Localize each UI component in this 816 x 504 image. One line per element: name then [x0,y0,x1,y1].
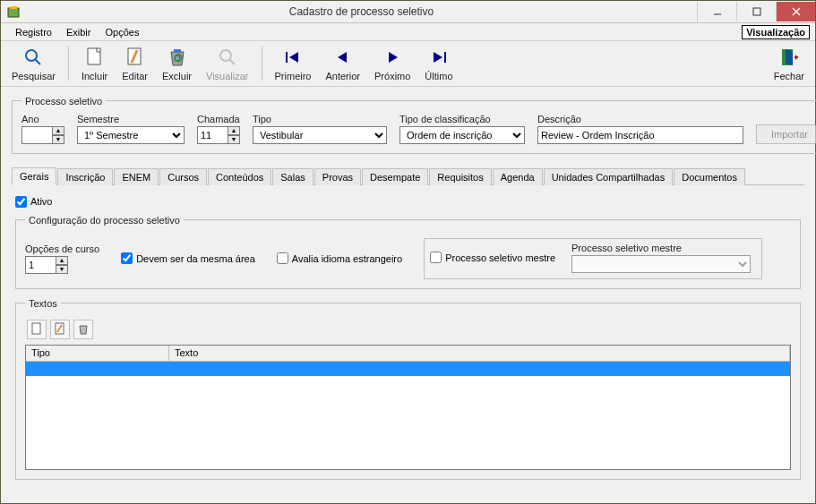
prev-button[interactable]: Anterior [318,43,367,84]
search-button[interactable]: Pesquisar [4,43,63,84]
edit-button[interactable]: Editar [115,43,155,84]
tab-desempate[interactable]: Desempate [362,168,428,185]
mesma-area-wrap: Devem ser da mesma área [121,252,255,264]
tipo-select[interactable]: Vestibular [253,126,387,144]
ano-up[interactable]: ▲ [52,126,64,135]
ano-label: Ano [21,114,64,124]
document-icon [30,322,43,337]
classif-select[interactable]: Ordem de inscrição [399,126,525,144]
mesma-area-label: Devem ser da mesma área [136,253,255,264]
ativo-checkbox[interactable] [15,196,27,208]
mesma-area-checkbox[interactable] [121,252,133,264]
svg-rect-12 [174,49,181,52]
config-fieldset: Configuração do processo seletivo Opções… [15,215,801,289]
maximize-button[interactable] [736,2,776,21]
new-button[interactable]: Incluir [74,43,115,84]
importar-button[interactable]: Importar [756,124,816,144]
menu-opcoes[interactable]: Opções [98,25,146,39]
tab-gerais[interactable]: Gerais [12,167,56,185]
chamada-label: Chamada [197,114,240,124]
mestre-checkbox[interactable] [430,252,442,263]
chamada-down[interactable]: ▼ [228,135,240,144]
tab-conteudos[interactable]: Conteúdos [208,168,271,185]
ano-input[interactable] [21,126,52,144]
cell-texto [169,362,790,376]
ativo-checkbox-wrap: Ativo [15,196,801,208]
tab-salas[interactable]: Salas [272,168,314,185]
col-tipo-header[interactable]: Tipo [26,346,169,361]
window-title: Cadastro de processo seletivo [26,5,697,18]
descricao-label: Descrição [537,114,743,124]
tab-inscricao[interactable]: Inscrição [57,168,113,185]
texts-edit-button[interactable] [50,320,70,339]
texts-legend: Textos [25,298,61,309]
tab-cursos[interactable]: Cursos [159,168,207,185]
document-icon [83,46,107,69]
trash-icon [166,46,189,69]
avalia-wrap: Avalia idioma estrangeiro [277,252,402,264]
tab-agenda[interactable]: Agenda [493,168,543,185]
svg-line-7 [35,59,40,64]
svg-marker-17 [289,52,298,63]
svg-rect-16 [286,52,288,63]
table-row[interactable] [26,362,790,376]
config-legend: Configuração do processo seletivo [25,215,184,226]
svg-rect-1 [10,6,17,9]
texts-toolbar [25,316,791,345]
chamada-input[interactable] [197,126,228,144]
texts-delete-button[interactable] [73,320,93,339]
tab-unidades[interactable]: Unidades Compartilhadas [544,168,674,185]
avalia-checkbox[interactable] [277,252,288,264]
close-button[interactable] [776,2,815,21]
col-texto-header[interactable]: Texto [169,346,790,361]
opcoes-label: Opções de curso [25,243,99,254]
menu-registro[interactable]: Registro [8,25,59,39]
tab-enem[interactable]: ENEM [114,168,159,185]
tab-documentos[interactable]: Documentos [674,168,745,185]
next-button[interactable]: Próximo [367,43,417,84]
ano-down[interactable]: ▼ [52,135,64,144]
semestre-label: Semestre [77,114,185,124]
svg-rect-8 [88,48,100,64]
first-button[interactable]: Primeiro [268,43,319,84]
prev-icon [331,46,355,69]
svg-marker-19 [389,52,398,63]
tipo-label: Tipo [253,114,387,124]
delete-button[interactable]: Excluir [155,43,199,84]
chamada-spinner[interactable]: ▲▼ [197,126,240,144]
svg-marker-20 [434,52,442,63]
tab-requisitos[interactable]: Requisitos [429,168,491,185]
opcoes-spinner[interactable]: ▲▼ [25,256,99,274]
ativo-label: Ativo [30,196,52,207]
pencil-icon [54,322,66,337]
search-icon [21,46,45,69]
semestre-select[interactable]: 1º Semestre [77,126,185,144]
view-button: Visualizar [199,43,256,84]
texts-new-button[interactable] [27,320,47,339]
mestre-group: Processo seletivo mestre Processo seleti… [424,238,762,279]
menu-exibir[interactable]: Exibir [59,25,99,39]
texts-grid[interactable]: Tipo Texto [25,345,791,470]
menu-visualizacao[interactable]: Visualização [742,25,810,39]
chamada-up[interactable]: ▲ [228,126,240,135]
window: Cadastro de processo seletivo Registro E… [0,0,816,504]
svg-rect-0 [8,8,19,17]
minimize-button[interactable] [697,2,736,21]
svg-marker-23 [786,49,793,65]
opcoes-input[interactable] [25,256,56,274]
tab-provas[interactable]: Provas [314,168,361,185]
opcoes-down[interactable]: ▼ [56,265,68,274]
opcoes-up[interactable]: ▲ [56,256,68,265]
menubar: Registro Exibir Opções Visualização [1,23,815,41]
ano-spinner[interactable]: ▲▼ [21,126,64,144]
avalia-label: Avalia idioma estrangeiro [292,253,402,264]
classif-label: Tipo de classificação [399,114,525,124]
pencil-icon [124,46,147,69]
tab-content-gerais: Ativo Configuração do processo seletivo … [12,185,804,492]
last-button[interactable]: Último [417,43,460,84]
texts-grid-header: Tipo Texto [26,346,790,362]
descricao-input[interactable] [537,126,743,144]
close-toolbar-button[interactable]: Fechar [767,43,812,84]
mestre-label: Processo seletivo mestre [571,243,751,253]
trash-icon [77,322,90,337]
